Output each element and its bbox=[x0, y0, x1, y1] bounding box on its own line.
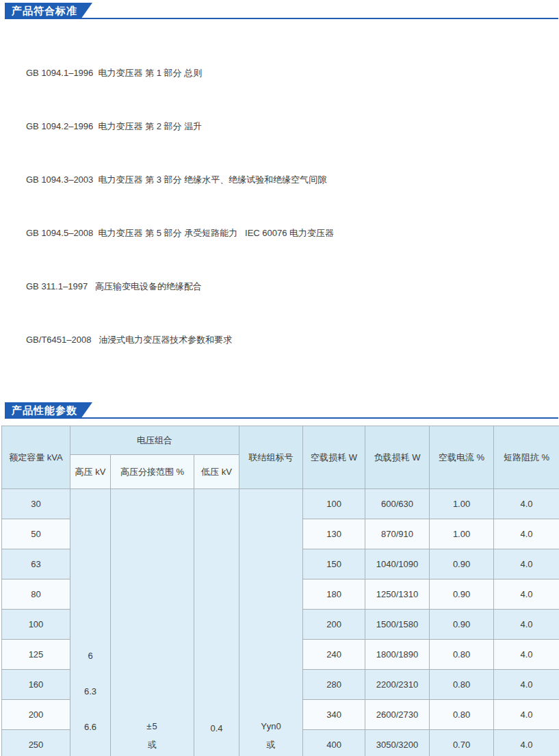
banner-slant-decoration bbox=[81, 3, 92, 19]
impedance-cell: 4.0 bbox=[494, 670, 559, 700]
no-load-current-cell: 0.90 bbox=[430, 610, 494, 640]
header-rated-capacity: 额定容量 kVA bbox=[2, 426, 70, 489]
no-load-current-cell: 0.90 bbox=[430, 549, 494, 579]
table-header-row-top: 额定容量 kVA 电压组合 联结组标号 空载损耗 W 负载损耗 W 空载电流 %… bbox=[2, 426, 559, 455]
load-loss-cell: 2200/2310 bbox=[365, 670, 430, 700]
impedance-cell: 4.0 bbox=[494, 549, 559, 579]
impedance-cell: 4.0 bbox=[494, 730, 559, 756]
load-loss-cell: 3050/3200 bbox=[365, 730, 430, 756]
capacity-cell: 200 bbox=[2, 700, 70, 730]
no-load-current-cell: 0.80 bbox=[430, 670, 494, 700]
capacity-cell: 50 bbox=[2, 519, 70, 549]
parameters-section: 产品性能参数 额定容量 kVA 电压组合 联结组标号 空载损耗 W 负载损耗 W… bbox=[0, 402, 559, 756]
table-body: 30 6 6.3 6.6 10 10.5 11 ±5 bbox=[2, 489, 559, 756]
lv-values-stack: 0.4 0.69 bbox=[194, 723, 239, 756]
no-load-loss-cell: 180 bbox=[303, 579, 365, 610]
capacity-cell: 160 bbox=[2, 670, 70, 700]
vector-group-cell: Yyn0 或 Dyn11 bbox=[239, 489, 303, 756]
no-load-current-cell: 0.80 bbox=[430, 640, 494, 670]
hv-value: 6 bbox=[88, 651, 92, 661]
impedance-cell: 4.0 bbox=[494, 700, 559, 730]
header-no-load-current: 空载电流 % bbox=[430, 426, 494, 489]
hv-values-cell: 6 6.3 6.6 10 10.5 11 bbox=[70, 489, 111, 756]
load-loss-cell: 1500/1580 bbox=[365, 610, 430, 640]
parameters-table: 额定容量 kVA 电压组合 联结组标号 空载损耗 W 负载损耗 W 空载电流 %… bbox=[1, 426, 559, 756]
header-no-load-loss: 空载损耗 W bbox=[303, 426, 365, 489]
capacity-cell: 125 bbox=[2, 640, 70, 670]
section-title-standards: 产品符合标准 bbox=[5, 3, 81, 19]
tap-range-line: ±5 bbox=[146, 721, 157, 731]
no-load-loss-cell: 130 bbox=[303, 519, 365, 549]
load-loss-cell: 600/630 bbox=[365, 489, 430, 519]
vector-group-line: Yyn0 bbox=[261, 721, 281, 731]
capacity-cell: 250 bbox=[2, 730, 70, 756]
header-lv: 低压 kV bbox=[194, 455, 239, 489]
banner-ribbon: 产品符合标准 bbox=[5, 3, 558, 19]
table-header: 额定容量 kVA 电压组合 联结组标号 空载损耗 W 负载损耗 W 空载电流 %… bbox=[2, 426, 559, 489]
header-voltage-combination: 电压组合 bbox=[70, 426, 239, 455]
load-loss-cell: 2600/2730 bbox=[365, 700, 430, 730]
no-load-current-cell: 0.90 bbox=[430, 579, 494, 610]
standards-item: GB 311.1–1997 高压输变电设备的绝缘配合 bbox=[26, 278, 559, 296]
no-load-loss-cell: 400 bbox=[303, 730, 365, 756]
no-load-current-cell: 0.80 bbox=[430, 700, 494, 730]
table-row: 30 6 6.3 6.6 10 10.5 11 ±5 bbox=[2, 489, 559, 519]
capacity-cell: 63 bbox=[2, 549, 70, 579]
no-load-loss-cell: 240 bbox=[303, 640, 365, 670]
hv-values-stack: 6 6.3 6.6 10 10.5 11 bbox=[70, 651, 110, 756]
capacity-cell: 100 bbox=[2, 610, 70, 640]
standards-banner: 产品符合标准 bbox=[5, 3, 558, 19]
header-impedance: 短路阻抗 % bbox=[494, 426, 559, 489]
standards-item: GB 1094.5–2008 电力变压器 第 5 部分 承受短路能力 IEC 6… bbox=[26, 224, 559, 242]
standards-item: GB 1094.1–1996 电力变压器 第 1 部分 总则 bbox=[26, 64, 559, 82]
impedance-cell: 4.0 bbox=[494, 579, 559, 610]
standards-item: GB 1094.2–1996 电力变压器 第 2 部分 温升 bbox=[26, 118, 559, 135]
no-load-loss-cell: 150 bbox=[303, 549, 365, 579]
header-tap-range: 高压分接范围 % bbox=[111, 455, 194, 489]
standards-item: GB/T6451–2008 油浸式电力变压器技术参数和要求 bbox=[26, 331, 559, 349]
capacity-cell: 80 bbox=[2, 579, 70, 610]
no-load-loss-cell: 340 bbox=[303, 700, 365, 730]
load-loss-cell: 1040/1090 bbox=[365, 549, 430, 579]
tap-range-cell: ±5 或 ±2×2.5 bbox=[111, 489, 194, 756]
section-title-parameters: 产品性能参数 bbox=[5, 402, 81, 419]
standards-section: 产品符合标准 GB 1094.1–1996 电力变压器 第 1 部分 总则 GB… bbox=[0, 3, 559, 384]
no-load-current-cell: 0.70 bbox=[430, 730, 494, 756]
page: 产品符合标准 GB 1094.1–1996 电力变压器 第 1 部分 总则 GB… bbox=[0, 0, 559, 756]
load-loss-cell: 1250/1310 bbox=[365, 579, 430, 610]
no-load-loss-cell: 100 bbox=[303, 489, 365, 519]
hv-value: 6.3 bbox=[84, 686, 96, 696]
header-vector-group: 联结组标号 bbox=[239, 426, 303, 489]
banner-ribbon: 产品性能参数 bbox=[5, 402, 558, 419]
impedance-cell: 4.0 bbox=[494, 640, 559, 670]
no-load-current-cell: 1.00 bbox=[430, 519, 494, 549]
hv-value: 6.6 bbox=[84, 722, 96, 732]
load-loss-cell: 1800/1890 bbox=[365, 640, 430, 670]
parameters-banner: 产品性能参数 bbox=[5, 402, 558, 419]
impedance-cell: 4.0 bbox=[494, 489, 559, 519]
banner-slant-decoration bbox=[81, 402, 92, 419]
header-hv: 高压 kV bbox=[70, 455, 111, 489]
header-load-loss: 负载损耗 W bbox=[365, 426, 430, 489]
no-load-loss-cell: 200 bbox=[303, 610, 365, 640]
impedance-cell: 4.0 bbox=[494, 610, 559, 640]
tap-range-stack: ±5 或 ±2×2.5 bbox=[111, 721, 194, 756]
tap-range-line: 或 bbox=[148, 739, 157, 751]
impedance-cell: 4.0 bbox=[494, 519, 559, 549]
standards-item: GB 1094.3–2003 电力变压器 第 3 部分 绝缘水平、绝缘试验和绝缘… bbox=[26, 171, 559, 189]
lv-value: 0.4 bbox=[210, 723, 222, 733]
vector-group-stack: Yyn0 或 Dyn11 bbox=[239, 721, 302, 756]
load-loss-cell: 870/910 bbox=[365, 519, 430, 549]
no-load-current-cell: 1.00 bbox=[430, 489, 494, 519]
capacity-cell: 30 bbox=[2, 489, 70, 519]
standards-list: GB 1094.1–1996 电力变压器 第 1 部分 总则 GB 1094.2… bbox=[26, 29, 559, 384]
vector-group-line: 或 bbox=[267, 739, 276, 751]
no-load-loss-cell: 280 bbox=[303, 670, 365, 700]
lv-values-cell: 0.4 0.69 bbox=[194, 489, 239, 756]
